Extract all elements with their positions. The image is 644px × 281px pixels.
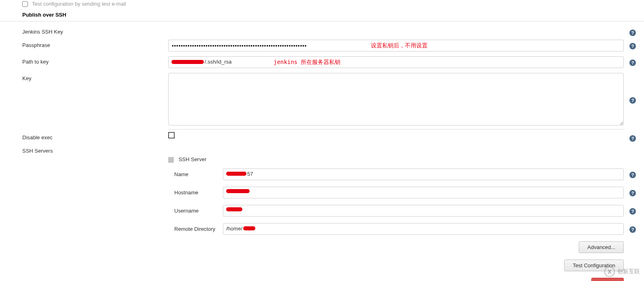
ssh-servers-label: SSH Servers — [22, 145, 168, 154]
help-icon[interactable]: ? — [629, 60, 636, 66]
ssh-remotedir-label: Remote Directory — [168, 226, 217, 232]
help-icon[interactable]: ? — [629, 190, 636, 196]
jenkins-ssh-key-label: Jenkins SSH Key — [22, 26, 168, 35]
ssh-hostname-label: Hostname — [168, 189, 217, 196]
path-to-key-input[interactable] — [168, 56, 624, 68]
help-icon[interactable]: ? — [629, 30, 636, 36]
help-icon[interactable]: ? — [629, 135, 636, 142]
advanced-button[interactable]: Advanced... — [579, 241, 624, 253]
test-email-label: Test configuration by sending test e-mai… — [32, 1, 126, 7]
ssh-server-header: SSH Server — [179, 156, 207, 162]
passphrase-input[interactable] — [168, 40, 624, 51]
ssh-name-input[interactable] — [223, 168, 624, 180]
watermark-icon: X — [604, 266, 615, 277]
help-icon[interactable]: ? — [629, 208, 636, 215]
ssh-username-label: Username — [168, 208, 217, 214]
path-to-key-label: Path to key — [22, 56, 168, 65]
disable-exec-checkbox[interactable] — [168, 132, 175, 138]
key-label: Key — [22, 73, 168, 81]
ssh-hostname-input[interactable] — [223, 187, 624, 198]
ssh-username-input[interactable] — [223, 205, 624, 217]
ssh-name-label: Name — [168, 171, 217, 177]
help-icon[interactable]: ? — [629, 172, 636, 178]
test-email-checkbox[interactable] — [22, 1, 28, 7]
help-icon[interactable]: ? — [629, 43, 636, 49]
ssh-remotedir-input[interactable] — [223, 223, 624, 235]
key-textarea[interactable] — [168, 73, 624, 126]
help-icon[interactable]: ? — [629, 226, 636, 233]
drag-handle-icon[interactable] — [168, 157, 174, 163]
disable-exec-label: Disable exec — [22, 132, 168, 140]
passphrase-label: Passphrase — [22, 40, 168, 48]
watermark-text: 创新互联 — [617, 268, 640, 275]
publish-over-ssh-heading: Publish over SSH — [0, 11, 644, 21]
section-divider — [0, 21, 644, 21]
delete-button[interactable]: Delete — [591, 278, 624, 281]
help-icon[interactable]: ? — [629, 97, 636, 104]
watermark: X 创新互联 — [604, 266, 640, 277]
